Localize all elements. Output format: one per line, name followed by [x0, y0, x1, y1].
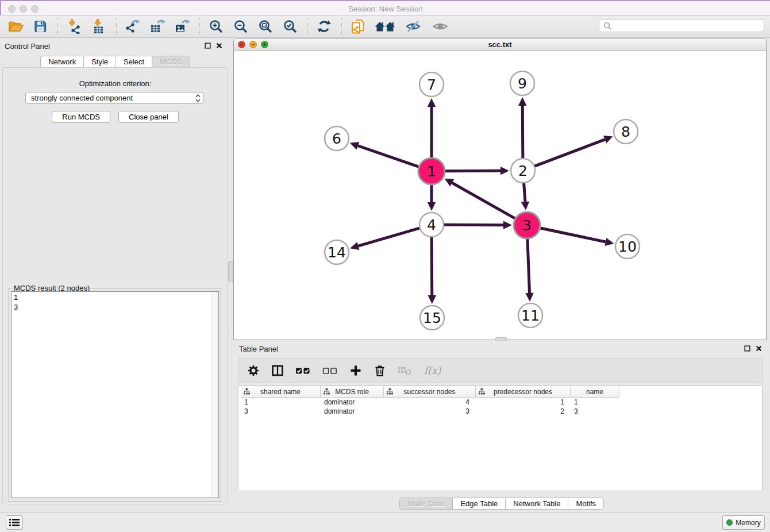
- close-panel-icon[interactable]: [756, 345, 762, 352]
- export-table-icon[interactable]: [149, 18, 166, 35]
- graph-edge-1-6[interactable]: [350, 142, 419, 167]
- zoom-fit-icon[interactable]: [257, 18, 274, 35]
- mcds-result-box[interactable]: 13: [11, 291, 219, 498]
- network-window-titlebar[interactable]: scc.txt: [234, 38, 766, 51]
- tab-edge-table[interactable]: Edge Table: [453, 498, 506, 510]
- horizontal-splitter-handle[interactable]: [495, 337, 507, 341]
- search-field[interactable]: [599, 19, 764, 32]
- graph-node-6[interactable]: 6: [325, 126, 349, 151]
- graph-edge-2-9[interactable]: [518, 97, 526, 158]
- graph-node-3-dominator[interactable]: 3: [514, 212, 540, 238]
- select-all-icon[interactable]: [295, 364, 311, 377]
- table-row[interactable]: 3dominator323: [241, 407, 762, 416]
- svg-text:11: 11: [521, 307, 540, 324]
- eye-slash-icon[interactable]: [403, 18, 423, 35]
- graph-edge-2-8[interactable]: [535, 136, 613, 166]
- tab-network-table[interactable]: Network Table: [506, 498, 568, 510]
- graph-node-2[interactable]: 2: [511, 159, 535, 183]
- toolbar-separator: [116, 18, 117, 35]
- save-session-icon[interactable]: [32, 18, 49, 35]
- graph-edge-2-3[interactable]: [521, 183, 529, 210]
- run-mcds-button[interactable]: Run MCDS: [52, 111, 110, 123]
- memory-button[interactable]: Memory: [722, 515, 765, 530]
- table-cell[interactable]: 2: [476, 407, 571, 416]
- tab-mcds[interactable]: MCDS: [152, 56, 190, 68]
- task-history-button[interactable]: [6, 515, 23, 530]
- column-header-predecessor-nodes[interactable]: predecessor nodes: [476, 386, 571, 397]
- float-panel-icon[interactable]: [744, 345, 750, 352]
- graph-edge-1-2[interactable]: [445, 167, 509, 175]
- graph-edge-3-1[interactable]: [445, 179, 515, 218]
- tab-motifs[interactable]: Motifs: [568, 498, 604, 510]
- toolbar-separator: [341, 18, 342, 35]
- table-cell[interactable]: 4: [384, 398, 476, 407]
- tab-network[interactable]: Network: [40, 56, 84, 68]
- graph-node-14[interactable]: 14: [325, 240, 349, 264]
- graph-edge-3-11[interactable]: [525, 239, 533, 302]
- table-panel-title: Table Panel: [239, 345, 278, 353]
- graph-node-11[interactable]: 11: [518, 303, 542, 327]
- graph-node-9[interactable]: 9: [510, 71, 534, 95]
- tab-style[interactable]: Style: [84, 56, 116, 68]
- table-cell[interactable]: dominator: [321, 407, 384, 416]
- search-icon: [603, 22, 611, 30]
- graph-edge-4-3[interactable]: [444, 221, 512, 229]
- columns-icon[interactable]: [271, 364, 284, 377]
- column-header-name[interactable]: name: [571, 386, 619, 397]
- column-header-successor-nodes[interactable]: successor nodes: [384, 386, 476, 397]
- vertical-splitter-handle[interactable]: [228, 261, 233, 282]
- table-row[interactable]: 1dominator411: [241, 398, 762, 407]
- node-table[interactable]: shared nameMCDS rolesuccessor nodesprede…: [238, 385, 763, 491]
- table-cell[interactable]: 1: [571, 398, 619, 407]
- network-maximize-icon[interactable]: [261, 41, 268, 48]
- table-cell[interactable]: 3: [571, 407, 619, 416]
- table-cell[interactable]: 1: [241, 398, 321, 407]
- graph-node-4[interactable]: 4: [419, 213, 444, 237]
- refresh-icon[interactable]: [315, 18, 333, 35]
- result-scrollbar[interactable]: [211, 292, 218, 498]
- column-header-MCDS-role[interactable]: MCDS role: [321, 386, 384, 397]
- table-cell[interactable]: 1: [476, 398, 571, 407]
- export-network-icon[interactable]: [124, 18, 141, 35]
- import-table-icon[interactable]: [90, 18, 107, 35]
- graph-edge-4-15[interactable]: [428, 237, 436, 304]
- open-session-icon[interactable]: [7, 18, 24, 35]
- float-panel-icon[interactable]: [205, 43, 211, 49]
- export-image-icon[interactable]: [174, 18, 191, 35]
- delete-row-icon[interactable]: [374, 364, 386, 377]
- graph-edge-1-7[interactable]: [428, 98, 436, 157]
- network-minimize-icon[interactable]: [249, 41, 257, 48]
- homes-icon[interactable]: [374, 18, 396, 35]
- graph-node-7[interactable]: 7: [419, 72, 444, 97]
- graph-edge-3-10[interactable]: [540, 228, 614, 246]
- search-input[interactable]: [614, 21, 764, 30]
- column-header-shared-name[interactable]: shared name: [241, 386, 321, 397]
- control-panel-title: Control Panel: [5, 42, 50, 51]
- zoom-out-icon[interactable]: [232, 18, 249, 35]
- graph-edge-4-14[interactable]: [350, 228, 419, 250]
- network-close-icon[interactable]: [238, 41, 245, 48]
- import-network-icon[interactable]: [66, 18, 83, 35]
- duplicate-network-icon[interactable]: [349, 18, 367, 35]
- table-cell[interactable]: dominator: [321, 398, 384, 407]
- table-cell[interactable]: 3: [384, 407, 476, 416]
- table-cell[interactable]: 3: [241, 407, 321, 416]
- settings-icon[interactable]: [247, 364, 260, 377]
- toolbar-separator: [199, 18, 201, 35]
- graph-node-10[interactable]: 10: [615, 234, 640, 259]
- graph-node-8[interactable]: 8: [614, 119, 638, 144]
- network-canvas[interactable]: 7968124314101511: [234, 51, 766, 340]
- zoom-selected-icon[interactable]: [282, 18, 299, 35]
- control-panel: Control Panel NetworkStyleSelectMCDS Opt…: [0, 38, 230, 510]
- deselect-all-icon[interactable]: [322, 364, 338, 377]
- graph-node-15[interactable]: 15: [420, 306, 444, 330]
- criterion-dropdown[interactable]: strongly connected component: [25, 92, 203, 104]
- graph-edge-1-4[interactable]: [428, 185, 436, 211]
- graph-node-1-dominator[interactable]: 1: [418, 158, 445, 184]
- tab-node-table[interactable]: Node Table: [399, 498, 453, 510]
- close-panel-button[interactable]: Close panel: [118, 111, 179, 123]
- tab-select[interactable]: Select: [116, 56, 152, 68]
- close-panel-icon[interactable]: [216, 43, 222, 49]
- add-row-icon[interactable]: [349, 364, 362, 377]
- zoom-in-icon[interactable]: [207, 18, 225, 35]
